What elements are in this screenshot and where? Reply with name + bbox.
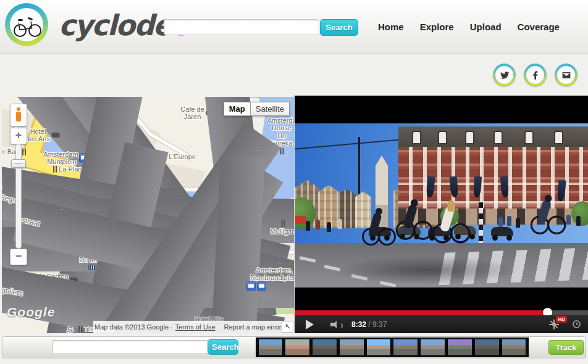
header-search-input[interactable] [164, 19, 319, 35]
play-button[interactable] [306, 320, 314, 329]
pedestrian [306, 221, 310, 231]
pedestrian [338, 219, 342, 229]
parked-scooter [491, 227, 513, 236]
nav-explore[interactable]: Explore [420, 22, 454, 32]
pedestrian [316, 220, 320, 230]
map-data-text: Map data ©2013 Google - [94, 323, 173, 331]
pedestrian [498, 217, 503, 227]
shadow [332, 255, 523, 285]
video-thumbnail[interactable] [258, 339, 284, 356]
map-attribution: Map data ©2013 Google - Terms of Use Rep… [93, 321, 294, 333]
poi-mulligan: Mulligan [271, 220, 294, 235]
letterbox-bottom [295, 287, 588, 310]
poi-la-place: La Place [52, 165, 85, 173]
facebook-icon[interactable] [524, 64, 547, 86]
video-thumbnail[interactable] [447, 339, 472, 356]
poi-amsterdam-rembrandtplein: Amsterdam, Rembrandtplein [250, 267, 294, 282]
dormer [524, 131, 534, 144]
twitter-icon[interactable] [493, 64, 516, 86]
pedestrian [327, 222, 331, 232]
nav-coverage[interactable]: Coverage [518, 22, 560, 32]
zoom-out-button[interactable]: − [10, 249, 27, 265]
map-fullscreen-icon[interactable]: ↖ [282, 321, 293, 333]
arrow-4: → [57, 204, 65, 212]
time-display: 8:32 / 9:37 [351, 320, 387, 329]
letterbox-top [295, 96, 588, 123]
logo-ring [10, 8, 43, 41]
map-labels: RokinOude TurfmarktHotel des Artser Bart… [2, 97, 294, 333]
cyclist [530, 186, 564, 234]
report-map-error-link[interactable]: Report a map error [224, 323, 282, 331]
video-player: 8:32 / 9:37 HD [295, 96, 588, 333]
cyclist [361, 200, 393, 246]
pedestrian [566, 215, 571, 225]
pedestrian [516, 218, 520, 228]
zoom-in-button[interactable]: + [10, 128, 27, 144]
watch-later-clock-icon[interactable] [573, 320, 581, 328]
bottom-search-input[interactable] [52, 340, 209, 354]
bottom-search-button[interactable]: Search [208, 339, 238, 355]
video-thumbnail[interactable] [339, 339, 364, 356]
satellite-button[interactable]: Satellite [251, 102, 290, 116]
pegman-control[interactable] [10, 104, 27, 126]
volume-icon[interactable] [330, 321, 342, 328]
cyclodeo-page: cyclodeo Search Home Explore Upload Cove… [0, 0, 588, 364]
video-thumbnail[interactable] [312, 339, 337, 356]
terms-of-use-link[interactable]: Terms of Use [175, 323, 216, 331]
dormer [554, 131, 563, 144]
dormer [494, 131, 503, 144]
poi-amsterdam-muntplein: Amsterdam, Muntplein [43, 151, 80, 166]
header: cyclodeo Search Home Explore Upload Cove… [0, 0, 588, 54]
arrow-8: ← [277, 258, 285, 266]
nav-upload[interactable]: Upload [470, 22, 502, 32]
video-thumbnail[interactable] [502, 339, 527, 356]
arrow-3: ↑ [80, 268, 84, 276]
cyclist [395, 191, 430, 240]
social-links [493, 64, 578, 86]
pedestrian [507, 216, 511, 226]
video-thumbnail[interactable] [285, 339, 310, 356]
video-controls: 8:32 / 9:37 HD [295, 315, 588, 333]
poi-hotel-des-arts: Hotel des Arts [26, 128, 60, 143]
poi-er-bart: er Bart [2, 148, 27, 155]
hd-badge: HD [556, 316, 567, 323]
video-thumbnail[interactable] [393, 339, 418, 356]
header-search-button[interactable]: Search [320, 19, 358, 36]
dormer [412, 131, 421, 144]
map[interactable]: RokinOude TurfmarktHotel des Artser Bart… [2, 97, 294, 333]
zoom-slider-handle[interactable] [11, 159, 26, 168]
nav-home[interactable]: Home [378, 22, 404, 32]
cyclist-girl [432, 192, 468, 244]
video-screen[interactable] [295, 123, 588, 287]
map-type-control: Map Satellite [224, 102, 290, 116]
video-thumbnail-strip [256, 337, 529, 357]
progress-filled [295, 310, 547, 315]
bicycle-icon [10, 8, 43, 41]
video-thumbnail[interactable] [366, 339, 392, 356]
dormer [465, 131, 474, 144]
google-watermark: Google [7, 305, 55, 320]
video-thumbnail[interactable] [420, 339, 445, 356]
cyclodeo-logo[interactable] [5, 3, 48, 46]
red-barrier [295, 216, 306, 224]
dormer [438, 131, 447, 144]
video-thumbnail[interactable] [474, 339, 500, 356]
email-icon[interactable] [555, 64, 578, 86]
pegman-icon [15, 107, 21, 122]
main-nav: Home Explore Upload Coverage [378, 22, 560, 32]
transit-rembrandtplein [246, 282, 266, 291]
striped-bollard [479, 202, 483, 246]
arrow-7: ← [254, 146, 262, 154]
bottom-bar: Search Track [2, 336, 586, 358]
map-button[interactable]: Map [224, 102, 251, 116]
pedestrian [576, 216, 581, 226]
track-button[interactable]: Track [548, 340, 584, 355]
